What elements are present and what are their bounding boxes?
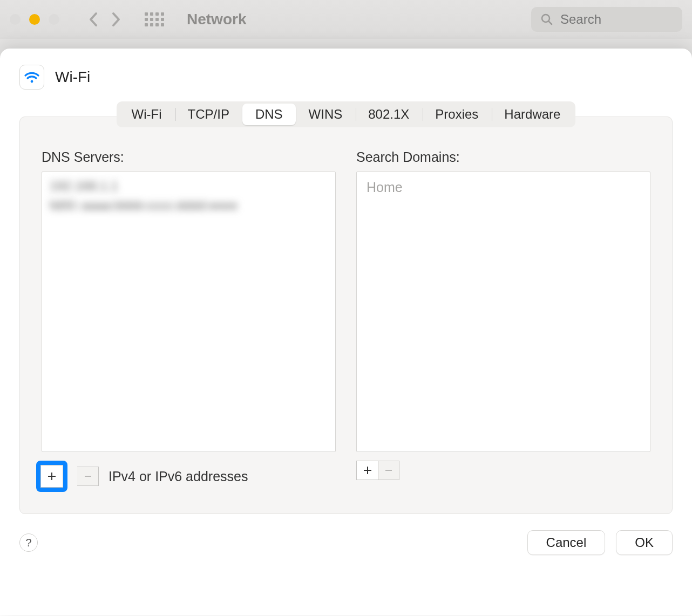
- settings-sheet: Wi-Fi Wi-Fi TCP/IP DNS WINS 802.1X Proxi…: [0, 49, 692, 615]
- wifi-icon: [19, 65, 44, 90]
- remove-dns-server-button[interactable]: [77, 467, 99, 486]
- cancel-button[interactable]: Cancel: [527, 530, 606, 555]
- close-window-button[interactable]: [10, 14, 21, 25]
- svg-line-1: [549, 22, 552, 25]
- dns-server-item[interactable]: fd00::aaaa:bbbb:cccc:dddd:eeee: [50, 196, 328, 215]
- tab-dns[interactable]: DNS: [242, 104, 296, 125]
- search-domain-item[interactable]: Home: [364, 176, 642, 199]
- ok-button[interactable]: OK: [616, 530, 673, 555]
- add-search-domain-button[interactable]: [356, 461, 378, 480]
- tab-8021x[interactable]: 802.1X: [355, 104, 422, 125]
- tab-bar: Wi-Fi TCP/IP DNS WINS 802.1X Proxies Har…: [117, 101, 576, 127]
- tab-wins[interactable]: WINS: [296, 104, 356, 125]
- tab-hardware[interactable]: Hardware: [491, 104, 573, 125]
- tab-tcpip[interactable]: TCP/IP: [175, 104, 242, 125]
- add-dns-server-button[interactable]: [40, 465, 63, 488]
- window-toolbar: Network: [0, 0, 692, 39]
- dns-servers-listbox[interactable]: 192.168.1.1 fd00::aaaa:bbbb:cccc:dddd:ee…: [42, 172, 336, 452]
- dns-hint-text: IPv4 or IPv6 addresses: [108, 469, 248, 484]
- svg-point-2: [31, 80, 33, 83]
- search-field-container[interactable]: [531, 7, 682, 32]
- dns-panel: DNS Servers: 192.168.1.1 fd00::aaaa:bbbb…: [19, 117, 673, 514]
- toolbar-title: Network: [187, 11, 246, 28]
- minimize-window-button[interactable]: [29, 14, 40, 25]
- tab-wifi[interactable]: Wi-Fi: [119, 104, 175, 125]
- add-dns-highlight: [36, 461, 67, 492]
- sheet-title: Wi-Fi: [55, 69, 90, 86]
- search-domains-listbox[interactable]: Home: [356, 172, 650, 452]
- search-icon: [541, 13, 553, 25]
- window-traffic-lights: [10, 14, 59, 25]
- search-domains-label: Search Domains:: [356, 149, 650, 165]
- help-button[interactable]: ?: [19, 533, 38, 552]
- show-all-icon[interactable]: [145, 12, 164, 26]
- nav-arrows: [87, 11, 122, 28]
- back-button[interactable]: [87, 11, 99, 28]
- search-input[interactable]: [560, 12, 668, 27]
- forward-button[interactable]: [110, 11, 122, 28]
- remove-search-domain-button[interactable]: [378, 461, 399, 480]
- dns-server-item[interactable]: 192.168.1.1: [50, 176, 328, 196]
- zoom-window-button[interactable]: [49, 14, 59, 25]
- dns-servers-label: DNS Servers:: [42, 149, 336, 165]
- tab-proxies[interactable]: Proxies: [422, 104, 491, 125]
